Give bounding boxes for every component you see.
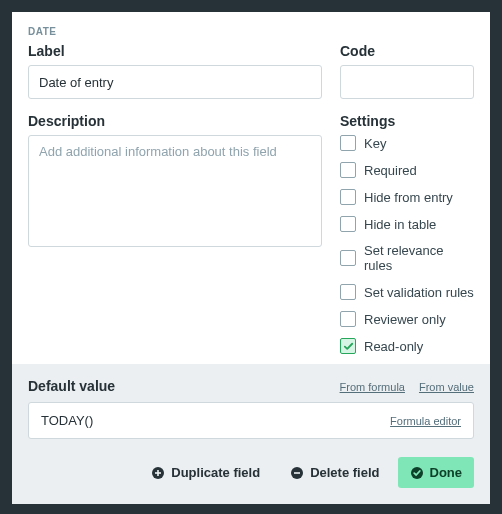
svg-rect-2 — [157, 470, 159, 476]
settings-item[interactable]: Reviewer only — [340, 311, 474, 327]
settings-item[interactable]: Set relevance rules — [340, 243, 474, 273]
from-value-link[interactable]: From value — [419, 381, 474, 393]
from-formula-link[interactable]: From formula — [340, 381, 405, 393]
default-value-header: Default value From formula From value — [28, 378, 474, 394]
settings-item[interactable]: Hide in table — [340, 216, 474, 232]
checkbox[interactable] — [340, 311, 356, 327]
delete-field-button[interactable]: Delete field — [278, 457, 391, 488]
checkbox[interactable] — [340, 250, 356, 266]
checkbox[interactable] — [340, 216, 356, 232]
panel-top: DATE Label Code Description Settings Key… — [12, 12, 490, 364]
row-label-code: Label Code — [28, 43, 474, 99]
done-button[interactable]: Done — [398, 457, 475, 488]
settings-item[interactable]: Key — [340, 135, 474, 151]
label-caption: Label — [28, 43, 322, 59]
field-type-badge: DATE — [28, 26, 474, 37]
description-input[interactable] — [28, 135, 322, 247]
checkbox-label: Key — [364, 136, 386, 151]
formula-editor-link[interactable]: Formula editor — [390, 415, 461, 427]
checkbox[interactable] — [340, 135, 356, 151]
settings-item[interactable]: Set validation rules — [340, 284, 474, 300]
duplicate-field-button[interactable]: Duplicate field — [139, 457, 272, 488]
checkbox-label: Set validation rules — [364, 285, 474, 300]
checkbox[interactable] — [340, 284, 356, 300]
settings-item[interactable]: Hide from entry — [340, 189, 474, 205]
description-caption: Description — [28, 113, 322, 129]
default-value-caption: Default value — [28, 378, 115, 394]
default-value-links: From formula From value — [340, 381, 474, 393]
field-editor-panel: DATE Label Code Description Settings Key… — [12, 12, 490, 504]
code-input[interactable] — [340, 65, 474, 99]
checkbox-label: Read-only — [364, 339, 423, 354]
settings-column: Settings KeyRequiredHide from entryHide … — [340, 113, 474, 354]
delete-label: Delete field — [310, 465, 379, 480]
checkbox-label: Set relevance rules — [364, 243, 474, 273]
svg-rect-4 — [294, 472, 300, 474]
done-label: Done — [430, 465, 463, 480]
label-input[interactable] — [28, 65, 322, 99]
settings-caption: Settings — [340, 113, 474, 129]
code-column: Code — [340, 43, 474, 99]
checkbox-label: Hide in table — [364, 217, 436, 232]
check-circle-icon — [410, 466, 424, 480]
duplicate-label: Duplicate field — [171, 465, 260, 480]
checkbox[interactable] — [340, 189, 356, 205]
duplicate-icon — [151, 466, 165, 480]
checkbox-label: Reviewer only — [364, 312, 446, 327]
checkbox[interactable] — [340, 338, 356, 354]
row-desc-settings: Description Settings KeyRequiredHide fro… — [28, 99, 474, 354]
label-column: Label — [28, 43, 322, 99]
formula-text: TODAY() — [41, 413, 93, 428]
formula-box[interactable]: TODAY() Formula editor — [28, 402, 474, 439]
delete-icon — [290, 466, 304, 480]
description-column: Description — [28, 113, 322, 354]
code-caption: Code — [340, 43, 474, 59]
settings-item[interactable]: Read-only — [340, 338, 474, 354]
checkbox-label: Hide from entry — [364, 190, 453, 205]
settings-item[interactable]: Required — [340, 162, 474, 178]
actions-row: Duplicate field Delete field Done — [28, 457, 474, 488]
checkbox[interactable] — [340, 162, 356, 178]
settings-list: KeyRequiredHide from entryHide in tableS… — [340, 135, 474, 354]
checkbox-label: Required — [364, 163, 417, 178]
panel-bottom: Default value From formula From value TO… — [12, 364, 490, 504]
